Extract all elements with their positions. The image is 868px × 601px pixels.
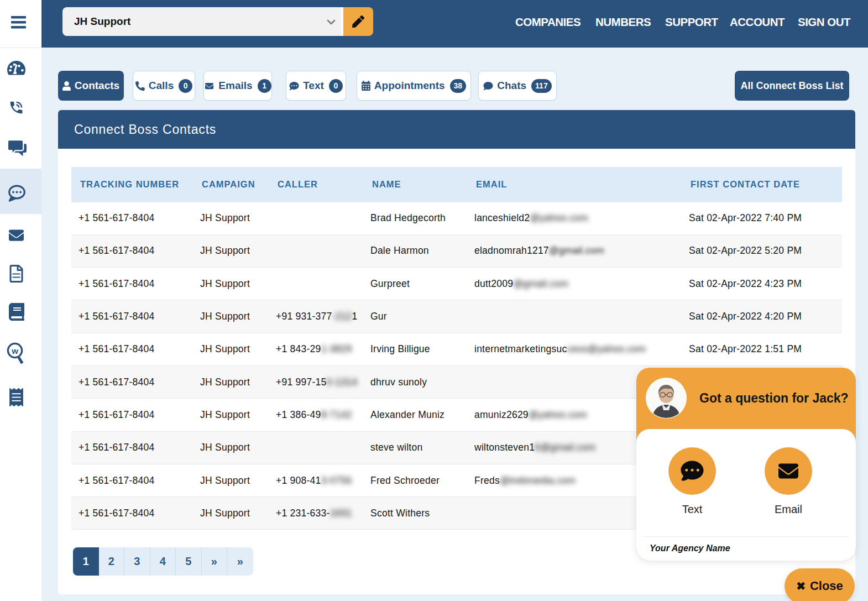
svg-text:w: w xyxy=(11,346,18,356)
